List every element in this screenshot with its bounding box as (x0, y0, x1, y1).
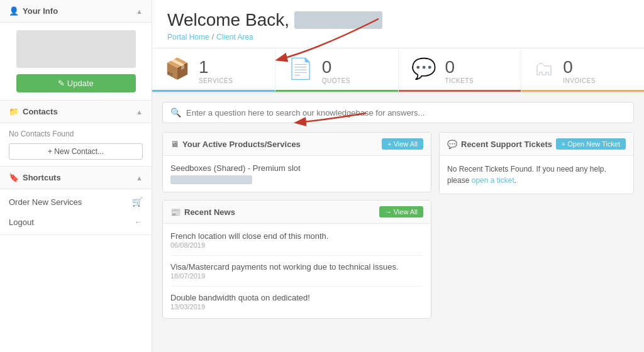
active-services-header: 🖥 Your Active Products/Services + View A… (163, 133, 431, 156)
bookmark-icon: 🔖 (9, 173, 19, 182)
search-icon: 🔍 (170, 107, 181, 118)
quotes-label: QUOTES (322, 77, 350, 84)
no-contacts-label: No Contacts Found (9, 129, 143, 138)
invoices-icon: 🗂 (534, 58, 554, 79)
news-item-0: French location will close end of this m… (170, 231, 423, 256)
recent-tickets-header: 💬 Recent Support Tickets + Open New Tick… (440, 133, 633, 156)
stat-invoices[interactable]: 🗂 0 INVOICES (521, 48, 644, 92)
shortcut-logout[interactable]: Logout ← (0, 212, 152, 232)
news-item-1: Visa/Mastercard payments not working due… (170, 262, 423, 287)
shortcuts-body: Order New Services 🛒 Logout ← (0, 189, 152, 234)
news-icon: 📰 (170, 207, 180, 217)
main-inner: Welcome Back, Portal Home / Client Area … (152, 0, 644, 336)
stat-tickets[interactable]: 💬 0 TICKETS (399, 48, 522, 92)
services-card-icon: 🖥 (170, 140, 179, 149)
shortcut-order-new-services[interactable]: Order New Services 🛒 (0, 192, 152, 212)
news-date-1: 18/07/2019 (170, 272, 423, 280)
breadcrumb-separator: / (212, 33, 214, 41)
quotes-count: 0 (322, 58, 350, 76)
quotes-icon: 📄 (288, 58, 313, 79)
contacts-header[interactable]: 📁 Contacts ▲ (0, 101, 152, 123)
search-input[interactable] (186, 108, 626, 118)
user-name-blurred (294, 11, 382, 29)
active-services-body: Seedboxes (Shared) - Premium slot (163, 156, 431, 192)
cart-icon: 🛒 (132, 197, 143, 207)
right-column: 💬 Recent Support Tickets + Open New Tick… (439, 132, 634, 326)
services-view-all-button[interactable]: + View All (382, 138, 423, 150)
main-content: Welcome Back, Portal Home / Client Area … (152, 0, 644, 352)
services-label: SERVICES (199, 77, 233, 84)
recent-news-header: 📰 Recent News → View All (163, 201, 431, 224)
breadcrumb-home[interactable]: Portal Home (167, 33, 209, 41)
news-view-all-button[interactable]: → View All (379, 206, 423, 217)
your-info-title: Your Info (23, 6, 58, 16)
no-tickets-text: No Recent Tickets Found. If you need any… (447, 163, 626, 186)
person-icon: 👤 (9, 6, 19, 16)
left-column: 🖥 Your Active Products/Services + View A… (162, 132, 431, 326)
recent-news-title: Recent News (184, 207, 235, 217)
breadcrumb: Portal Home / Client Area (167, 33, 629, 41)
news-date-2: 13/03/2019 (170, 303, 423, 311)
recent-news-body: French location will close end of this m… (163, 224, 431, 318)
content-columns: 🖥 Your Active Products/Services + View A… (152, 132, 644, 336)
contacts-title: Contacts (23, 107, 58, 116)
welcome-title: Welcome Back, (167, 10, 629, 30)
breadcrumb-current[interactable]: Client Area (216, 33, 253, 41)
shortcuts-title: Shortcuts (23, 173, 61, 182)
your-info-body: ✎ Update (0, 23, 152, 100)
chevron-up-icon-contacts: ▲ (136, 108, 143, 116)
main-header: Welcome Back, Portal Home / Client Area (152, 0, 644, 48)
logout-label: Logout (9, 217, 34, 227)
open-ticket-link[interactable]: open a ticket (472, 176, 514, 185)
service-item-ip-blurred (170, 175, 252, 184)
recent-tickets-card: 💬 Recent Support Tickets + Open New Tick… (439, 132, 634, 194)
recent-tickets-body: No Recent Tickets Found. If you need any… (440, 156, 633, 194)
services-icon: 📦 (165, 58, 190, 79)
stat-services[interactable]: 📦 1 SERVICES (152, 48, 275, 92)
chevron-up-icon: ▲ (136, 8, 143, 15)
new-contact-button[interactable]: + New Contact... (9, 143, 143, 160)
news-title-2: Double bandwidth quota on dedicated! (170, 293, 423, 302)
tickets-card-icon: 💬 (447, 140, 457, 149)
chevron-up-icon-shortcuts: ▲ (136, 174, 143, 182)
search-wrapper: 🔍 (152, 93, 644, 132)
recent-news-card: 📰 Recent News → View All French location… (162, 200, 431, 319)
shortcuts-section: 🔖 Shortcuts ▲ Order New Services 🛒 Logou… (0, 167, 152, 235)
service-item: Seedboxes (Shared) - Premium slot (170, 163, 423, 173)
no-tickets-suffix: . (514, 176, 516, 185)
avatar (16, 30, 136, 68)
contacts-body: No Contacts Found + New Contact... (0, 123, 152, 166)
services-count: 1 (199, 58, 233, 76)
news-date-0: 06/08/2019 (170, 241, 423, 249)
active-services-title: Your Active Products/Services (182, 140, 301, 149)
shortcuts-header[interactable]: 🔖 Shortcuts ▲ (0, 167, 152, 189)
welcome-text: Welcome Back, (167, 10, 289, 30)
folder-icon: 📁 (9, 107, 19, 116)
invoices-count: 0 (563, 58, 596, 76)
news-title-0: French location will close end of this m… (170, 231, 423, 241)
your-info-section: 👤 Your Info ▲ ✎ Update (0, 0, 152, 101)
recent-tickets-title: Recent Support Tickets (461, 140, 552, 149)
stats-row: 📦 1 SERVICES 📄 0 QUOTES 💬 (152, 48, 644, 93)
active-services-card: 🖥 Your Active Products/Services + View A… (162, 132, 431, 192)
update-button[interactable]: ✎ Update (16, 74, 136, 92)
tickets-icon: 💬 (411, 58, 436, 79)
stat-quotes[interactable]: 📄 0 QUOTES (275, 48, 399, 92)
search-bar: 🔍 (162, 102, 634, 123)
tickets-count: 0 (445, 58, 474, 76)
sidebar: 👤 Your Info ▲ ✎ Update 📁 Contacts ▲ No C… (0, 0, 152, 352)
your-info-header[interactable]: 👤 Your Info ▲ (0, 0, 152, 23)
invoices-label: INVOICES (563, 77, 596, 84)
order-new-services-label: Order New Services (9, 197, 82, 207)
contacts-section: 📁 Contacts ▲ No Contacts Found + New Con… (0, 101, 152, 167)
open-new-ticket-button[interactable]: + Open New Ticket (556, 138, 626, 150)
news-item-2: Double bandwidth quota on dedicated! 13/… (170, 293, 423, 311)
news-title-1: Visa/Mastercard payments not working due… (170, 262, 423, 272)
tickets-label: TICKETS (445, 77, 474, 84)
logout-icon: ← (134, 217, 143, 227)
